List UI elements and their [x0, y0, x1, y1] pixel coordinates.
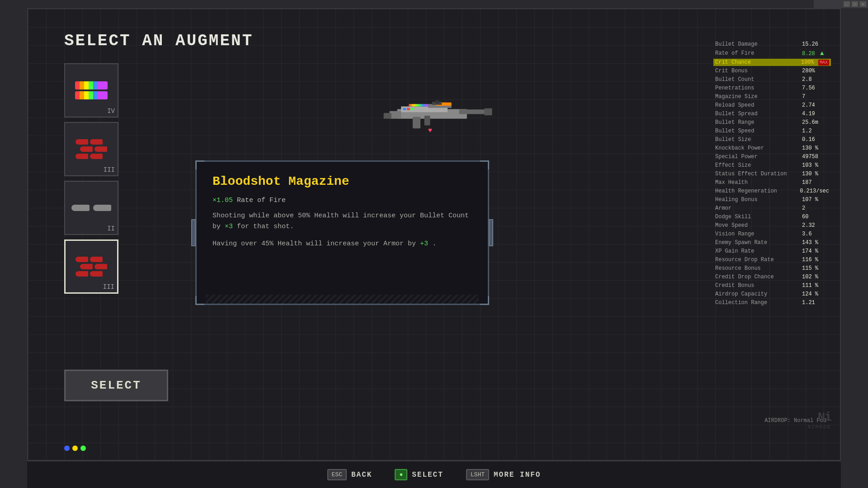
- stat-bullet-count: Bullet Count 2.8: [713, 76, 831, 83]
- augment-description-2: Having over 45% Health will increase you…: [212, 239, 472, 249]
- stat-reload-speed: Reload Speed 2.74: [713, 102, 831, 109]
- stat-bullet-range: Bullet Range 25.6m: [713, 119, 831, 126]
- stat-health-regen: Health Regeneration 0.213/sec: [713, 188, 831, 195]
- page-title: SELECT AN AUGMENT: [64, 32, 253, 50]
- logo-name: NIMROD: [807, 424, 831, 430]
- stat-resource-drop-rate: Resource Drop Rate 116 %: [713, 256, 831, 263]
- augment-level-1: IV: [107, 108, 115, 115]
- augment-slot-3[interactable]: II: [64, 181, 118, 235]
- dot-2: [72, 446, 78, 451]
- bottom-action-bar: ESC BACK ● SELECT LSHT MORE INFO: [27, 461, 841, 488]
- augment-level-4: III: [103, 283, 114, 291]
- augment-level-3: II: [107, 225, 115, 232]
- more-info-label: MORE INFO: [494, 471, 541, 479]
- svg-rect-4: [459, 109, 486, 114]
- stat-collection-range: Collection Range 1.21: [713, 299, 831, 306]
- augment-name: Bloodshot Magazine: [212, 174, 472, 188]
- select-key-badge: ●: [395, 469, 407, 480]
- gun-sprite: ♥: [366, 86, 502, 140]
- stat-rate-of-fire: Rate of Fire 8.28 ▲: [713, 49, 831, 57]
- stat-credit-drop-chance: Credit Drop Chance 102 %: [713, 273, 831, 281]
- stat-airdrop-capacity: Airdrop Capacity 124 %: [713, 291, 831, 298]
- svg-rect-11: [413, 117, 420, 129]
- stat-effect-size: Effect Size 103 %: [713, 162, 831, 169]
- select-action: ● SELECT: [395, 469, 443, 480]
- stat-max-health: Max Health 187: [713, 179, 831, 186]
- stat-multiplier: ×1.05: [212, 197, 233, 204]
- dot-1: [64, 446, 70, 451]
- stat-status-effect-duration: Status Effect Duration 130 %: [713, 170, 831, 178]
- stat-vision-range: Vision Range 3.6: [713, 230, 831, 238]
- progress-dots: [64, 446, 86, 451]
- stat-crit-bonus: Crit Bonus 280%: [713, 67, 831, 75]
- gun-display: ♥: [209, 68, 659, 158]
- augment-slot-4[interactable]: III: [64, 239, 118, 294]
- select-button[interactable]: SELECT: [64, 370, 168, 401]
- svg-rect-7: [384, 113, 392, 119]
- game-window: _ □ × SELECT AN AUGMENT IV: [0, 0, 868, 488]
- back-key-badge: ESC: [327, 469, 347, 480]
- stats-panel: Bullet Damage 15.26 Rate of Fire 8.28 ▲ …: [713, 41, 831, 308]
- stat-bullet-damage: Bullet Damage 15.26: [713, 41, 831, 48]
- stat-bullet-size: Bullet Size 0.16: [713, 136, 831, 143]
- stat-label: Rate of Fire: [237, 197, 286, 204]
- more-info-key-badge: LSHT: [466, 469, 489, 480]
- svg-rect-8: [409, 104, 428, 106]
- svg-rect-16: [411, 108, 414, 110]
- more-info-action: LSHT MORE INFO: [466, 469, 541, 480]
- svg-rect-12: [425, 116, 430, 125]
- augment-level-2: III: [104, 166, 115, 174]
- svg-rect-15: [407, 108, 410, 110]
- svg-rect-5: [484, 108, 492, 115]
- augment-slot-1[interactable]: IV: [64, 63, 118, 117]
- info-panel: Bloodshot Magazine ×1.05 Rate of Fire Sh…: [195, 160, 489, 305]
- select-action-label: SELECT: [412, 471, 443, 479]
- back-action: ESC BACK: [327, 469, 373, 480]
- svg-rect-14: [403, 108, 406, 110]
- stat-armor: Armor 2: [713, 205, 831, 212]
- stat-penetrations: Penetrations 7.56: [713, 84, 831, 92]
- svg-rect-10: [435, 100, 439, 103]
- title-bar: _ □ ×: [814, 0, 868, 8]
- stat-magazine-size: Magazine Size 7: [713, 93, 831, 100]
- select-button-label: SELECT: [91, 379, 142, 392]
- stat-move-speed: Move Speed 2.32: [713, 222, 831, 229]
- nimrod-logo: Ni NIMROD: [804, 410, 831, 433]
- main-content: SELECT AN AUGMENT IV: [27, 8, 841, 461]
- stat-special-power: Special Power 49758: [713, 153, 831, 160]
- stat-knockback-power: Knockback Power 130 %: [713, 145, 831, 152]
- stat-crit-chance: Crit Chance 100% MAX: [713, 59, 831, 66]
- stat-resource-bonus: Resource Bonus 115 %: [713, 265, 831, 272]
- maximize-button[interactable]: □: [852, 1, 858, 7]
- augment-stat-modifier: ×1.05 Rate of Fire: [212, 196, 472, 205]
- augment-description-1: Shooting while above 50% Health will inc…: [212, 211, 472, 232]
- stat-healing-bonus: Healing Bonus 107 %: [713, 196, 831, 203]
- svg-text:♥: ♥: [428, 127, 432, 135]
- stat-dodge-skill: Dodge Skill 60: [713, 213, 831, 221]
- back-label: BACK: [351, 471, 372, 479]
- stat-xp-gain-rate: XP Gain Rate 174 %: [713, 248, 831, 255]
- minimize-button[interactable]: _: [844, 1, 850, 7]
- augment-list: IV III: [64, 63, 118, 294]
- stat-bullet-spread: Bullet Spread 4.19: [713, 110, 831, 117]
- stat-credit-bonus: Credit Bonus 111 %: [713, 282, 831, 289]
- augment-slot-2[interactable]: III: [64, 122, 118, 176]
- dot-3: [80, 446, 86, 451]
- stat-enemy-spawn-rate: Enemy Spawn Rate 143 %: [713, 239, 831, 246]
- stat-bullet-speed: Bullet Speed 1.2: [713, 127, 831, 135]
- close-button[interactable]: ×: [860, 1, 866, 7]
- logo-abbr: Ni: [817, 410, 831, 424]
